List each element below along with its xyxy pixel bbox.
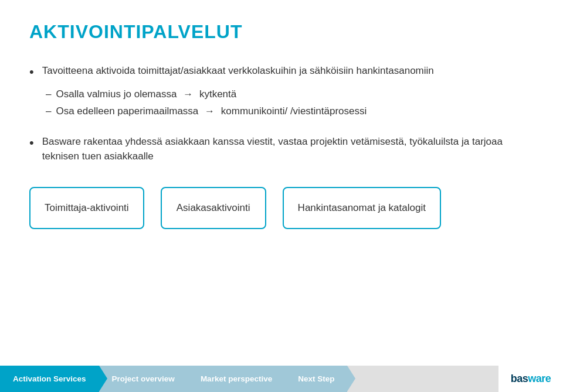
sub-bullet-2-text: Osa edelleen paperimaailmassa → kommunik… <box>56 104 367 119</box>
box-2-label: Asiakasaktivointi <box>177 202 250 213</box>
page-title: AKTIVOINTIPALVELUT <box>29 21 534 43</box>
bullet-dot-2: • <box>29 134 34 152</box>
main-content: AKTIVOINTIPALVELUT • Tavoitteena aktivoi… <box>0 0 563 352</box>
footer-label-market-perspective: Market perspective <box>201 374 272 383</box>
box-3: Hankintasanomat ja katalogit <box>283 187 441 229</box>
footer-item-market-perspective[interactable]: Market perspective <box>188 366 285 392</box>
footer-logo: basware <box>498 366 563 392</box>
dash-1: – <box>46 87 51 102</box>
sub-bullet-1-text: Osalla valmius jo olemassa → kytkentä <box>56 87 236 102</box>
basware-logo-text: basware <box>511 373 551 385</box>
box-3-label: Hankintasanomat ja katalogit <box>298 202 426 213</box>
bullet-section-1: • Tavoitteena aktivoida toimittajat/asia… <box>29 64 534 118</box>
footer-label-project-overview: Project overview <box>112 374 175 383</box>
footer-label-activation-services: Activation Services <box>13 374 86 383</box>
bullet-text-2: Basware rakentaa yhdessä asiakkaan kanss… <box>42 135 534 163</box>
sub-bullet-2: – Osa edelleen paperimaailmassa → kommun… <box>46 104 534 119</box>
footer-item-project-overview[interactable]: Project overview <box>99 366 188 392</box>
footer-item-activation-services[interactable]: Activation Services <box>0 366 99 392</box>
footer-spacer <box>347 366 498 392</box>
box-1: Toimittaja-aktivointi <box>29 187 144 229</box>
box-2: Asiakasaktivointi <box>161 187 266 229</box>
arrow-2: → <box>205 105 215 117</box>
bullet-item-1: • Tavoitteena aktivoida toimittajat/asia… <box>29 64 534 81</box>
bullet-text-1: Tavoitteena aktivoida toimittajat/asiakk… <box>42 64 434 79</box>
box-1-label: Toimittaja-aktivointi <box>45 202 129 213</box>
bullet-dot-1: • <box>29 63 34 81</box>
footer-nav: Activation Services Project overview Mar… <box>0 366 563 392</box>
sub-bullet-1: – Osalla valmius jo olemassa → kytkentä <box>46 87 534 102</box>
arrow-1: → <box>183 88 193 100</box>
bullet-item-2: • Basware rakentaa yhdessä asiakkaan kan… <box>29 135 534 163</box>
dash-2: – <box>46 104 51 119</box>
footer-item-next-step[interactable]: Next Step <box>285 366 347 392</box>
sub-bullets: – Osalla valmius jo olemassa → kytkentä … <box>46 87 534 118</box>
footer-label-next-step: Next Step <box>298 374 334 383</box>
boxes-row: Toimittaja-aktivointi Asiakasaktivointi … <box>29 187 534 229</box>
